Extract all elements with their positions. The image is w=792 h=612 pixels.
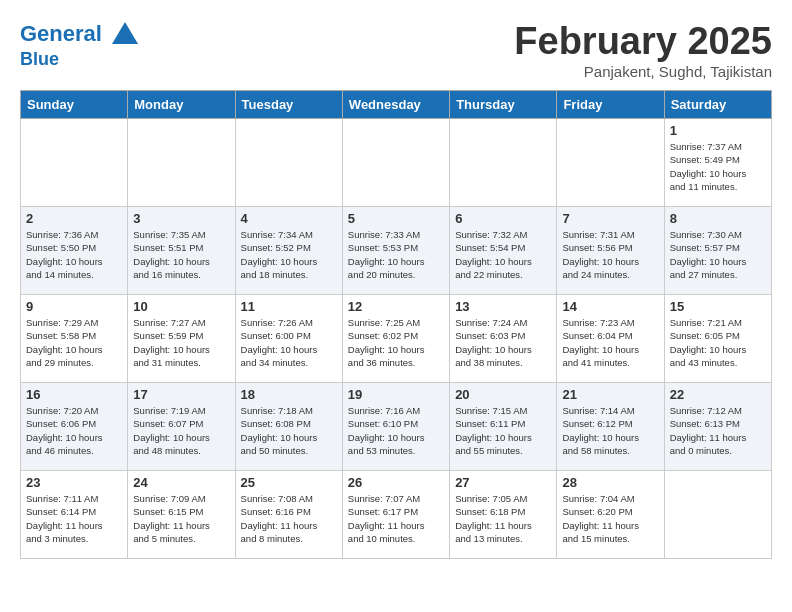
calendar-table: SundayMondayTuesdayWednesdayThursdayFrid… bbox=[20, 90, 772, 559]
calendar-cell: 6Sunrise: 7:32 AM Sunset: 5:54 PM Daylig… bbox=[450, 207, 557, 295]
day-number: 18 bbox=[241, 387, 337, 402]
calendar-cell bbox=[342, 119, 449, 207]
day-number: 12 bbox=[348, 299, 444, 314]
calendar-cell: 28Sunrise: 7:04 AM Sunset: 6:20 PM Dayli… bbox=[557, 471, 664, 559]
day-number: 16 bbox=[26, 387, 122, 402]
calendar-cell: 25Sunrise: 7:08 AM Sunset: 6:16 PM Dayli… bbox=[235, 471, 342, 559]
day-number: 17 bbox=[133, 387, 229, 402]
calendar-cell: 7Sunrise: 7:31 AM Sunset: 5:56 PM Daylig… bbox=[557, 207, 664, 295]
day-number: 3 bbox=[133, 211, 229, 226]
calendar-week-1: 1Sunrise: 7:37 AM Sunset: 5:49 PM Daylig… bbox=[21, 119, 772, 207]
calendar-week-3: 9Sunrise: 7:29 AM Sunset: 5:58 PM Daylig… bbox=[21, 295, 772, 383]
calendar-cell bbox=[21, 119, 128, 207]
day-info: Sunrise: 7:14 AM Sunset: 6:12 PM Dayligh… bbox=[562, 404, 658, 457]
day-info: Sunrise: 7:37 AM Sunset: 5:49 PM Dayligh… bbox=[670, 140, 766, 193]
calendar-cell: 17Sunrise: 7:19 AM Sunset: 6:07 PM Dayli… bbox=[128, 383, 235, 471]
calendar-cell: 24Sunrise: 7:09 AM Sunset: 6:15 PM Dayli… bbox=[128, 471, 235, 559]
calendar-cell: 10Sunrise: 7:27 AM Sunset: 5:59 PM Dayli… bbox=[128, 295, 235, 383]
calendar-cell: 21Sunrise: 7:14 AM Sunset: 6:12 PM Dayli… bbox=[557, 383, 664, 471]
calendar-cell: 26Sunrise: 7:07 AM Sunset: 6:17 PM Dayli… bbox=[342, 471, 449, 559]
calendar-cell: 14Sunrise: 7:23 AM Sunset: 6:04 PM Dayli… bbox=[557, 295, 664, 383]
calendar-cell: 16Sunrise: 7:20 AM Sunset: 6:06 PM Dayli… bbox=[21, 383, 128, 471]
calendar-cell: 13Sunrise: 7:24 AM Sunset: 6:03 PM Dayli… bbox=[450, 295, 557, 383]
day-info: Sunrise: 7:31 AM Sunset: 5:56 PM Dayligh… bbox=[562, 228, 658, 281]
day-number: 20 bbox=[455, 387, 551, 402]
day-number: 6 bbox=[455, 211, 551, 226]
svg-marker-0 bbox=[112, 22, 138, 44]
day-info: Sunrise: 7:29 AM Sunset: 5:58 PM Dayligh… bbox=[26, 316, 122, 369]
calendar-week-2: 2Sunrise: 7:36 AM Sunset: 5:50 PM Daylig… bbox=[21, 207, 772, 295]
calendar-cell: 1Sunrise: 7:37 AM Sunset: 5:49 PM Daylig… bbox=[664, 119, 771, 207]
day-number: 15 bbox=[670, 299, 766, 314]
day-info: Sunrise: 7:07 AM Sunset: 6:17 PM Dayligh… bbox=[348, 492, 444, 545]
calendar-subtitle: Panjakent, Sughd, Tajikistan bbox=[514, 63, 772, 80]
day-info: Sunrise: 7:27 AM Sunset: 5:59 PM Dayligh… bbox=[133, 316, 229, 369]
day-number: 21 bbox=[562, 387, 658, 402]
day-info: Sunrise: 7:05 AM Sunset: 6:18 PM Dayligh… bbox=[455, 492, 551, 545]
weekday-sunday: Sunday bbox=[21, 91, 128, 119]
day-info: Sunrise: 7:15 AM Sunset: 6:11 PM Dayligh… bbox=[455, 404, 551, 457]
calendar-cell: 4Sunrise: 7:34 AM Sunset: 5:52 PM Daylig… bbox=[235, 207, 342, 295]
calendar-cell: 12Sunrise: 7:25 AM Sunset: 6:02 PM Dayli… bbox=[342, 295, 449, 383]
calendar-cell bbox=[235, 119, 342, 207]
page-header: General Blue February 2025 Panjakent, Su… bbox=[20, 20, 772, 80]
calendar-cell: 18Sunrise: 7:18 AM Sunset: 6:08 PM Dayli… bbox=[235, 383, 342, 471]
calendar-cell bbox=[664, 471, 771, 559]
day-number: 13 bbox=[455, 299, 551, 314]
day-number: 27 bbox=[455, 475, 551, 490]
day-info: Sunrise: 7:24 AM Sunset: 6:03 PM Dayligh… bbox=[455, 316, 551, 369]
day-number: 23 bbox=[26, 475, 122, 490]
day-info: Sunrise: 7:30 AM Sunset: 5:57 PM Dayligh… bbox=[670, 228, 766, 281]
day-number: 25 bbox=[241, 475, 337, 490]
calendar-cell: 22Sunrise: 7:12 AM Sunset: 6:13 PM Dayli… bbox=[664, 383, 771, 471]
calendar-body: 1Sunrise: 7:37 AM Sunset: 5:49 PM Daylig… bbox=[21, 119, 772, 559]
day-info: Sunrise: 7:08 AM Sunset: 6:16 PM Dayligh… bbox=[241, 492, 337, 545]
title-section: February 2025 Panjakent, Sughd, Tajikist… bbox=[514, 20, 772, 80]
day-info: Sunrise: 7:16 AM Sunset: 6:10 PM Dayligh… bbox=[348, 404, 444, 457]
day-number: 19 bbox=[348, 387, 444, 402]
weekday-wednesday: Wednesday bbox=[342, 91, 449, 119]
day-number: 2 bbox=[26, 211, 122, 226]
logo-subtext: Blue bbox=[20, 50, 140, 70]
day-info: Sunrise: 7:04 AM Sunset: 6:20 PM Dayligh… bbox=[562, 492, 658, 545]
day-number: 22 bbox=[670, 387, 766, 402]
day-number: 28 bbox=[562, 475, 658, 490]
day-number: 1 bbox=[670, 123, 766, 138]
weekday-thursday: Thursday bbox=[450, 91, 557, 119]
calendar-header: SundayMondayTuesdayWednesdayThursdayFrid… bbox=[21, 91, 772, 119]
calendar-cell: 5Sunrise: 7:33 AM Sunset: 5:53 PM Daylig… bbox=[342, 207, 449, 295]
day-info: Sunrise: 7:23 AM Sunset: 6:04 PM Dayligh… bbox=[562, 316, 658, 369]
calendar-week-4: 16Sunrise: 7:20 AM Sunset: 6:06 PM Dayli… bbox=[21, 383, 772, 471]
day-info: Sunrise: 7:34 AM Sunset: 5:52 PM Dayligh… bbox=[241, 228, 337, 281]
calendar-cell: 19Sunrise: 7:16 AM Sunset: 6:10 PM Dayli… bbox=[342, 383, 449, 471]
day-number: 24 bbox=[133, 475, 229, 490]
day-info: Sunrise: 7:33 AM Sunset: 5:53 PM Dayligh… bbox=[348, 228, 444, 281]
weekday-friday: Friday bbox=[557, 91, 664, 119]
day-info: Sunrise: 7:18 AM Sunset: 6:08 PM Dayligh… bbox=[241, 404, 337, 457]
calendar-cell bbox=[128, 119, 235, 207]
day-info: Sunrise: 7:11 AM Sunset: 6:14 PM Dayligh… bbox=[26, 492, 122, 545]
day-number: 9 bbox=[26, 299, 122, 314]
day-info: Sunrise: 7:19 AM Sunset: 6:07 PM Dayligh… bbox=[133, 404, 229, 457]
day-info: Sunrise: 7:36 AM Sunset: 5:50 PM Dayligh… bbox=[26, 228, 122, 281]
day-number: 14 bbox=[562, 299, 658, 314]
day-number: 5 bbox=[348, 211, 444, 226]
logo: General Blue bbox=[20, 20, 140, 70]
calendar-cell: 3Sunrise: 7:35 AM Sunset: 5:51 PM Daylig… bbox=[128, 207, 235, 295]
calendar-cell bbox=[557, 119, 664, 207]
day-info: Sunrise: 7:09 AM Sunset: 6:15 PM Dayligh… bbox=[133, 492, 229, 545]
day-number: 26 bbox=[348, 475, 444, 490]
calendar-week-5: 23Sunrise: 7:11 AM Sunset: 6:14 PM Dayli… bbox=[21, 471, 772, 559]
day-info: Sunrise: 7:35 AM Sunset: 5:51 PM Dayligh… bbox=[133, 228, 229, 281]
calendar-cell: 8Sunrise: 7:30 AM Sunset: 5:57 PM Daylig… bbox=[664, 207, 771, 295]
calendar-cell: 27Sunrise: 7:05 AM Sunset: 6:18 PM Dayli… bbox=[450, 471, 557, 559]
day-number: 10 bbox=[133, 299, 229, 314]
day-info: Sunrise: 7:20 AM Sunset: 6:06 PM Dayligh… bbox=[26, 404, 122, 457]
day-info: Sunrise: 7:25 AM Sunset: 6:02 PM Dayligh… bbox=[348, 316, 444, 369]
calendar-cell: 15Sunrise: 7:21 AM Sunset: 6:05 PM Dayli… bbox=[664, 295, 771, 383]
calendar-title: February 2025 bbox=[514, 20, 772, 63]
day-number: 7 bbox=[562, 211, 658, 226]
day-number: 11 bbox=[241, 299, 337, 314]
day-number: 4 bbox=[241, 211, 337, 226]
calendar-cell: 2Sunrise: 7:36 AM Sunset: 5:50 PM Daylig… bbox=[21, 207, 128, 295]
